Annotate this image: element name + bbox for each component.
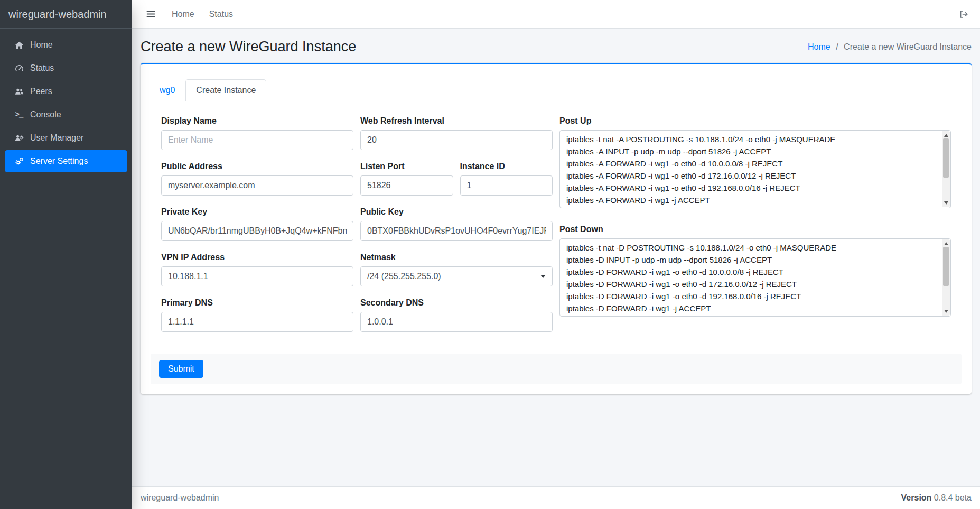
footer: wireguard-webadmin Version 0.8.4 beta bbox=[132, 486, 980, 509]
content-header: Create a new WireGuard Instance Home / C… bbox=[132, 29, 980, 63]
post-down-line: iptables -D FORWARD -i wg1 -j ACCEPT bbox=[566, 302, 936, 314]
primary-dns-input[interactable] bbox=[161, 312, 353, 332]
tab-wg0[interactable]: wg0 bbox=[149, 79, 185, 101]
app-window: wireguard-webadmin Home Status Peers bbox=[0, 0, 980, 509]
logout-icon bbox=[959, 10, 968, 19]
vpn-ip-label: VPN IP Address bbox=[161, 252, 353, 262]
form-footer: Submit bbox=[151, 354, 962, 384]
public-key-label: Public Key bbox=[360, 207, 553, 217]
submit-button[interactable]: Submit bbox=[159, 360, 203, 378]
main-panel: Home Status Create a new WireGuard Insta… bbox=[132, 0, 980, 509]
post-down-line: iptables -D INPUT -p udp -m udp --dport … bbox=[566, 254, 936, 266]
scroll-up-icon[interactable] bbox=[944, 134, 948, 137]
top-navbar: Home Status bbox=[132, 0, 980, 29]
gears-icon bbox=[13, 157, 25, 166]
post-up-line: iptables -A INPUT -p udp -m udp --dport … bbox=[566, 145, 936, 158]
post-up-line: iptables -A FORWARD -i wg1 -o eth0 -d 17… bbox=[566, 170, 936, 182]
sidebar-item-label: Home bbox=[30, 40, 53, 50]
sidebar-item-label: Console bbox=[30, 109, 61, 120]
port-id-row: Listen Port Instance ID bbox=[360, 161, 553, 207]
post-up-line: iptables -A FORWARD -i wg1 -o eth0 -d 10… bbox=[566, 158, 936, 170]
card-body: Display Name Public Address Private Key bbox=[141, 101, 972, 394]
breadcrumb: Home / Create a new WireGuard Instance bbox=[808, 42, 972, 52]
post-up-scrollbar[interactable] bbox=[942, 131, 950, 207]
breadcrumb-separator: / bbox=[836, 42, 838, 51]
instance-form: Display Name Public Address Private Key bbox=[151, 116, 962, 343]
sidebar-nav: Home Status Peers >_ Console bbox=[0, 29, 132, 179]
menu-icon bbox=[146, 9, 156, 19]
post-down-scrollbar-thumb[interactable] bbox=[943, 247, 949, 286]
sidebar-item-label: Peers bbox=[30, 86, 52, 97]
content-area: Create a new WireGuard Instance Home / C… bbox=[132, 29, 980, 486]
post-up-textarea[interactable]: iptables -t nat -A POSTROUTING -s 10.188… bbox=[559, 130, 951, 208]
netmask-select[interactable]: /24 (255.255.255.0) bbox=[360, 266, 553, 286]
sidebar-item-label: Status bbox=[30, 63, 54, 73]
listen-port-input[interactable] bbox=[360, 175, 453, 196]
post-down-scrollbar[interactable] bbox=[942, 239, 950, 316]
logout-button[interactable] bbox=[956, 5, 972, 23]
private-key-label: Private Key bbox=[161, 207, 353, 217]
terminal-icon: >_ bbox=[13, 109, 25, 120]
instance-id-input[interactable] bbox=[460, 175, 553, 196]
chevron-down-icon bbox=[540, 275, 546, 278]
post-up-line: iptables -A FORWARD -i wg1 -j ACCEPT bbox=[566, 194, 936, 206]
post-down-line: iptables -t nat -D POSTROUTING -s 10.188… bbox=[566, 242, 936, 254]
scroll-up-icon[interactable] bbox=[944, 242, 948, 245]
scroll-down-icon[interactable] bbox=[944, 201, 948, 205]
display-name-label: Display Name bbox=[161, 116, 353, 126]
public-address-input[interactable] bbox=[161, 175, 353, 196]
brand: wireguard-webadmin bbox=[0, 0, 132, 29]
vpn-ip-input[interactable] bbox=[161, 266, 353, 286]
post-up-scrollbar-thumb[interactable] bbox=[943, 138, 949, 178]
sidebar-toggle-button[interactable] bbox=[141, 5, 161, 23]
post-down-textarea[interactable]: iptables -t nat -D POSTROUTING -s 10.188… bbox=[559, 238, 951, 317]
footer-brand: wireguard-webadmin bbox=[141, 493, 219, 503]
scroll-down-icon[interactable] bbox=[944, 310, 948, 313]
post-up-line: iptables -A FORWARD -i wg1 -o eth0 -d 19… bbox=[566, 182, 936, 194]
post-down-label: Post Down bbox=[559, 224, 951, 234]
breadcrumb-home-link[interactable]: Home bbox=[808, 42, 830, 51]
sidebar-item-home[interactable]: Home bbox=[5, 34, 127, 56]
sidebar: wireguard-webadmin Home Status Peers bbox=[0, 0, 132, 509]
netmask-label: Netmask bbox=[360, 252, 553, 262]
listen-port-label: Listen Port bbox=[360, 161, 453, 171]
private-key-input[interactable] bbox=[161, 221, 353, 241]
post-down-line: iptables -D FORWARD -i wg1 -o eth0 -d 10… bbox=[566, 266, 936, 278]
sidebar-item-server-settings[interactable]: Server Settings bbox=[5, 150, 127, 172]
sidebar-item-user-manager[interactable]: User Manager bbox=[5, 127, 127, 149]
sidebar-item-status[interactable]: Status bbox=[5, 57, 127, 79]
tab-create-instance[interactable]: Create Instance bbox=[185, 79, 266, 101]
breadcrumb-current: Create a new WireGuard Instance bbox=[844, 42, 972, 51]
instance-tabs: wg0 Create Instance bbox=[141, 64, 972, 101]
user-gear-icon bbox=[13, 134, 25, 143]
sidebar-item-label: User Manager bbox=[30, 133, 83, 143]
display-name-input[interactable] bbox=[161, 130, 353, 150]
secondary-dns-label: Secondary DNS bbox=[360, 298, 553, 308]
form-column-2: Web Refresh Interval Listen Port Instanc… bbox=[360, 116, 553, 343]
web-refresh-interval-label: Web Refresh Interval bbox=[360, 116, 553, 126]
public-address-label: Public Address bbox=[161, 161, 353, 171]
secondary-dns-input[interactable] bbox=[360, 312, 553, 332]
sidebar-item-peers[interactable]: Peers bbox=[5, 80, 127, 103]
post-down-line: iptables -D FORWARD -i wg1 -o eth0 -d 17… bbox=[566, 278, 936, 290]
form-column-1: Display Name Public Address Private Key bbox=[161, 116, 353, 343]
footer-version-label: Version bbox=[901, 493, 932, 502]
form-column-3: Post Up iptables -t nat -A POSTROUTING -… bbox=[559, 116, 951, 332]
footer-version-value: 0.8.4 beta bbox=[934, 493, 972, 502]
primary-dns-label: Primary DNS bbox=[161, 298, 353, 308]
footer-version: Version 0.8.4 beta bbox=[901, 493, 972, 503]
post-up-line: iptables -t nat -A POSTROUTING -s 10.188… bbox=[566, 133, 936, 145]
topnav-link-home[interactable]: Home bbox=[164, 5, 202, 23]
post-down-line: iptables -D FORWARD -i wg1 -o eth0 -d 19… bbox=[566, 290, 936, 302]
page-title: Create a new WireGuard Instance bbox=[141, 38, 356, 55]
topnav-link-status[interactable]: Status bbox=[202, 5, 240, 23]
home-icon bbox=[13, 41, 25, 50]
web-refresh-interval-input[interactable] bbox=[360, 130, 553, 150]
instance-card: wg0 Create Instance Display Name Public bbox=[141, 63, 972, 394]
netmask-selected-value: /24 (255.255.255.0) bbox=[367, 272, 536, 281]
public-key-input[interactable] bbox=[360, 221, 553, 241]
users-icon bbox=[13, 87, 25, 96]
instance-id-label: Instance ID bbox=[460, 161, 553, 171]
sidebar-item-label: Server Settings bbox=[30, 156, 88, 166]
sidebar-item-console[interactable]: >_ Console bbox=[5, 104, 127, 126]
